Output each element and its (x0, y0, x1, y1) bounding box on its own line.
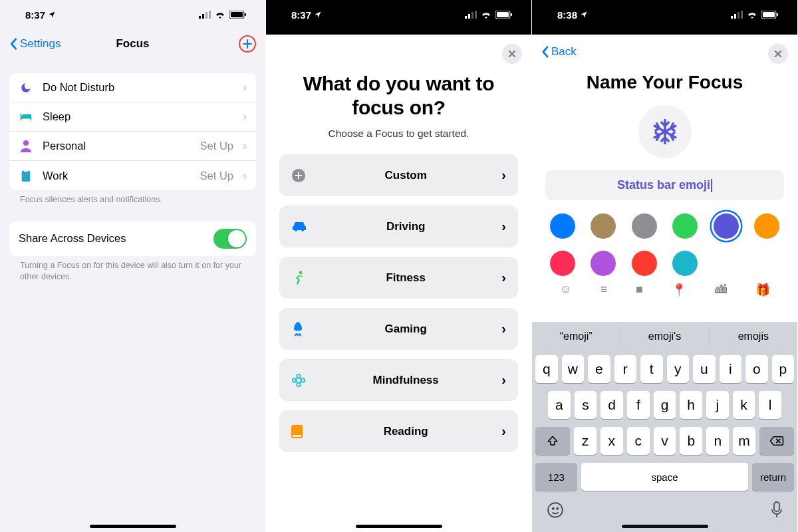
person-icon (19, 140, 33, 152)
key-e[interactable]: e (588, 355, 610, 383)
svg-point-9 (23, 140, 29, 146)
key-c[interactable]: c (627, 427, 650, 455)
home-indicator[interactable] (622, 525, 708, 528)
backspace-key[interactable] (759, 427, 794, 455)
key-k[interactable]: k (733, 391, 755, 419)
key-b[interactable]: b (680, 427, 702, 455)
status-time: 8:37 (291, 9, 311, 21)
key-m[interactable]: m (733, 427, 755, 455)
focus-mode-row[interactable]: Personal Set Up › (9, 132, 256, 161)
svg-rect-30 (737, 12, 739, 19)
numbers-key[interactable]: 123 (535, 463, 577, 491)
glyph-option[interactable]: 📍 (672, 283, 686, 297)
key-o[interactable]: o (745, 355, 768, 383)
color-swatch[interactable] (714, 213, 739, 239)
back-button[interactable]: Back (541, 45, 577, 59)
focus-mode-detail: Set Up (200, 170, 233, 182)
focus-mode-row[interactable]: Work Set Up › (9, 161, 256, 190)
color-swatch[interactable] (632, 213, 657, 239)
key-d[interactable]: d (600, 391, 623, 419)
color-swatch[interactable] (591, 251, 616, 276)
sheet-title: Name Your Focus (532, 72, 797, 93)
close-button[interactable] (502, 44, 522, 64)
color-swatch[interactable] (672, 251, 698, 276)
key-x[interactable]: x (600, 427, 623, 455)
bed-icon (19, 112, 33, 122)
key-h[interactable]: h (680, 391, 702, 419)
color-swatch[interactable] (672, 213, 698, 239)
return-key[interactable]: return (752, 463, 794, 491)
glyph-option[interactable]: 🎁 (755, 283, 770, 297)
space-key[interactable]: space (581, 463, 748, 491)
key-j[interactable]: j (706, 391, 729, 419)
key-z[interactable]: z (574, 427, 597, 455)
key-a[interactable]: a (548, 391, 571, 419)
focus-option-driving[interactable]: Driving › (279, 205, 518, 247)
name-focus-screen: 8:38 Back Name Your Focus Status bar emo… (532, 0, 798, 532)
plus-circle-icon (291, 168, 310, 183)
shift-icon (547, 435, 559, 447)
focus-name-input[interactable]: Status bar emoji (545, 170, 784, 200)
status-bar: 8:38 (532, 0, 797, 29)
focus-mode-row[interactable]: Sleep › (9, 102, 256, 132)
key-p[interactable]: p (772, 355, 795, 383)
svg-rect-10 (22, 171, 31, 182)
focus-modes-list: Do Not Disturb › Sleep › Personal Set Up… (9, 73, 256, 190)
suggestion-bar: “emoji” emoji's emojis (532, 322, 797, 351)
key-i[interactable]: i (720, 355, 742, 383)
battery-icon (229, 11, 247, 19)
suggestion[interactable]: “emoji” (532, 322, 620, 351)
key-v[interactable]: v (654, 427, 676, 455)
key-w[interactable]: w (562, 355, 585, 383)
back-button[interactable]: Settings (9, 37, 61, 51)
option-label: Driving (310, 220, 501, 233)
suggestion[interactable]: emojis (709, 327, 797, 346)
color-swatch[interactable] (632, 251, 657, 276)
suggestion[interactable]: emoji's (620, 327, 708, 346)
dictation-key[interactable] (771, 501, 783, 519)
focus-option-reading[interactable]: Reading › (279, 410, 518, 452)
key-q[interactable]: q (535, 355, 558, 383)
glyph-option[interactable]: ■ (636, 283, 643, 297)
svg-rect-28 (731, 16, 733, 19)
close-button[interactable] (768, 44, 788, 64)
key-t[interactable]: t (640, 355, 663, 383)
key-g[interactable]: g (654, 391, 676, 419)
focus-icon-preview[interactable] (638, 105, 692, 158)
svg-rect-33 (763, 12, 775, 17)
emoji-key[interactable] (547, 501, 564, 519)
key-y[interactable]: y (667, 355, 690, 383)
focus-option-gaming[interactable]: Gaming › (279, 308, 518, 350)
key-f[interactable]: f (627, 391, 650, 419)
nav-bar: Settings Focus (0, 29, 265, 59)
key-r[interactable]: r (614, 355, 637, 383)
status-bar: 8:37 (266, 0, 531, 29)
svg-rect-31 (741, 11, 743, 19)
home-indicator[interactable] (356, 525, 442, 528)
key-n[interactable]: n (706, 427, 729, 455)
lotus-icon (291, 373, 310, 388)
home-indicator[interactable] (90, 525, 176, 528)
color-swatch[interactable] (754, 213, 779, 239)
focus-option-custom[interactable]: Custom › (279, 154, 518, 196)
color-swatch[interactable] (591, 213, 616, 239)
focus-option-fitness[interactable]: Fitness › (279, 257, 518, 299)
color-swatch[interactable] (550, 251, 575, 276)
color-swatch[interactable] (550, 213, 575, 239)
share-toggle[interactable] (213, 229, 247, 249)
key-s[interactable]: s (575, 391, 597, 419)
glyph-option[interactable]: ☺ (559, 283, 571, 297)
location-icon (314, 11, 322, 19)
glyph-option[interactable]: 🏙 (715, 283, 727, 297)
key-u[interactable]: u (693, 355, 716, 383)
add-focus-button[interactable] (239, 35, 256, 53)
option-label: Fitness (310, 271, 501, 285)
sheet-title: What do you want to focus on? (286, 72, 511, 120)
focus-mode-row[interactable]: Do Not Disturb › (9, 73, 256, 102)
shift-key[interactable] (535, 427, 570, 455)
plus-icon (242, 39, 253, 49)
focus-option-mindfulness[interactable]: Mindfulness › (279, 359, 518, 401)
glyph-option[interactable]: ≡ (600, 283, 608, 297)
key-l[interactable]: l (759, 391, 781, 419)
wifi-icon (747, 11, 757, 19)
